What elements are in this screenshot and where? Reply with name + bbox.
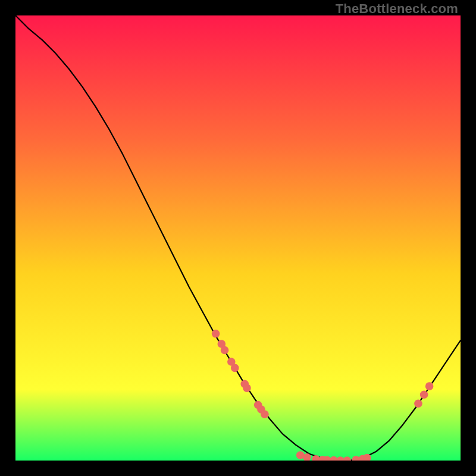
chart-frame <box>15 15 461 461</box>
data-marker <box>221 346 229 355</box>
watermark-text: TheBottleneck.com <box>336 1 458 17</box>
data-marker <box>420 391 428 399</box>
gradient-background <box>15 15 461 461</box>
chart-plot <box>15 15 461 461</box>
data-marker <box>231 364 239 372</box>
data-marker <box>212 330 220 338</box>
data-marker <box>243 384 251 392</box>
data-marker <box>261 410 269 418</box>
data-marker <box>414 399 422 408</box>
data-marker <box>425 382 434 390</box>
